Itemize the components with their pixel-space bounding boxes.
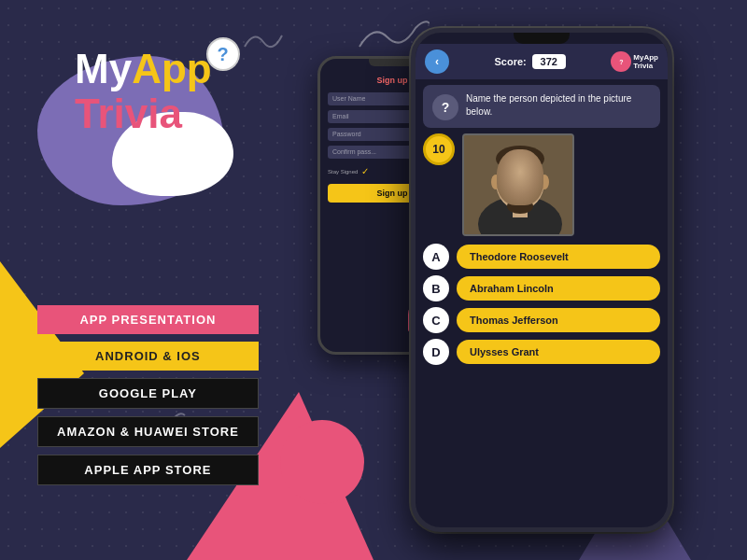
phone2-header: ‹ Score: 372 ? MyAppTrivia: [416, 44, 668, 79]
answer-letter-b: B: [423, 275, 449, 301]
answer-letter-c: C: [423, 307, 449, 333]
question-text: Name the person depicted in the picture …: [466, 92, 651, 119]
svg-point-4: [496, 154, 544, 210]
logo-mini-text: MyAppTrivia: [633, 53, 658, 70]
logo-trivia: Trivia: [75, 91, 212, 136]
answer-option-c[interactable]: C Thomas Jefferson: [423, 307, 660, 333]
back-button[interactable]: ‹: [425, 49, 449, 74]
label-android-ios: ANDROID & IOS: [37, 342, 259, 371]
phone1-notch: [369, 59, 416, 66]
timer-circle: 10: [423, 133, 455, 165]
score-value: 372: [532, 54, 566, 69]
answer-text-c: Thomas Jefferson: [457, 308, 660, 332]
svg-point-11: [528, 178, 531, 182]
label-google-play: GOOGLE PLAY: [37, 378, 259, 409]
badge-question-mark: ?: [619, 59, 623, 65]
svg-point-5: [496, 146, 544, 172]
answer-letter-a: A: [423, 244, 449, 270]
answer-option-a[interactable]: A Theodore Roosevelt: [423, 244, 660, 270]
label-apple-store: APPLE APP STORE: [37, 455, 259, 485]
phone2-notch: [514, 33, 570, 44]
svg-point-7: [540, 175, 549, 189]
answer-option-b[interactable]: B Abraham Lincoln: [423, 275, 660, 301]
svg-point-12: [516, 184, 524, 193]
logo-question-mark: ?: [206, 37, 240, 71]
portrait-svg: [464, 135, 574, 236]
svg-point-15: [529, 181, 541, 194]
label-amazon-huawei: AMAZON & HUAWEI STORE: [37, 416, 259, 447]
score-area: Score: 372: [495, 54, 566, 69]
svg-point-14: [500, 181, 511, 194]
labels-area: APP PRESENTATION ANDROID & IOS GOOGLE PL…: [37, 305, 259, 485]
question-mark-icon: ?: [432, 94, 458, 120]
question-area: ? Name the person depicted in the pictur…: [423, 85, 660, 128]
left-content-area: MyApp Trivia ? APP PRESENTATION ANDROID …: [19, 0, 374, 560]
media-area: 10: [423, 133, 660, 236]
timer-value: 10: [432, 143, 444, 156]
svg-point-6: [491, 175, 500, 189]
answer-option-d[interactable]: D Ulysses Grant: [423, 339, 660, 365]
answer-text-d: Ulysses Grant: [457, 340, 660, 364]
answer-text-b: Abraham Lincoln: [457, 276, 660, 301]
svg-point-13: [507, 199, 533, 214]
svg-point-9: [526, 177, 533, 183]
logo-mini: ? MyAppTrivia: [611, 51, 658, 72]
svg-point-8: [507, 177, 514, 183]
answers-area: A Theodore Roosevelt B Abraham Lincoln C…: [416, 240, 668, 369]
score-badge-icon: ?: [611, 51, 631, 72]
logo-my: My: [75, 46, 132, 91]
phone-trivia: ‹ Score: 372 ? MyAppTrivia ? Name the pe…: [411, 28, 672, 532]
logo-area: MyApp Trivia ?: [75, 47, 212, 137]
answer-letter-d: D: [423, 339, 449, 365]
logo-app: App: [132, 46, 212, 91]
score-label: Score:: [495, 56, 527, 67]
portrait-image: [462, 133, 574, 236]
label-app-presentation: APP PRESENTATION: [37, 305, 259, 334]
answer-text-a: Theodore Roosevelt: [457, 245, 660, 269]
svg-point-10: [509, 178, 513, 182]
